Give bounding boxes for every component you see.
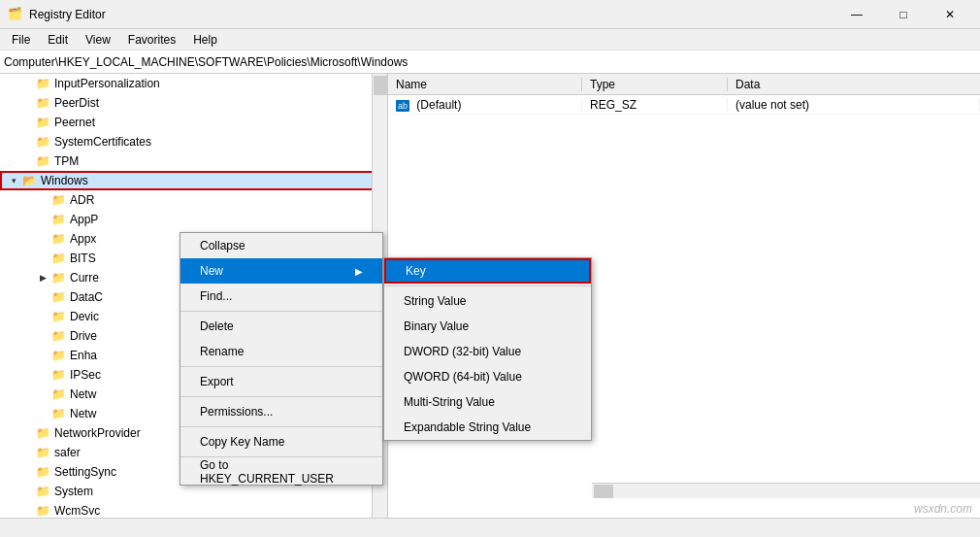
col-header-data: Data	[728, 78, 980, 91]
expand-icon	[19, 484, 35, 499]
tree-item-label: PeerDist	[54, 96, 99, 110]
watermark: wsxdn.com	[914, 502, 972, 516]
menu-edit[interactable]: Edit	[40, 29, 76, 50]
folder-icon: 📂	[21, 173, 37, 188]
folder-icon: 📁	[50, 309, 66, 324]
tree-item-label: Netw	[70, 407, 96, 420]
context-menu-rename[interactable]: Rename	[180, 339, 382, 364]
tree-item-label: IPSec	[70, 368, 101, 382]
submenu-item-qword-label: QWORD (64-bit) Value	[404, 370, 522, 384]
folder-icon: 📁	[35, 484, 50, 499]
submenu-item-expandable[interactable]: Expandable String Value	[384, 415, 591, 440]
tree-item-label: AppP	[70, 213, 98, 226]
tree-item-label: ADR	[70, 193, 94, 207]
submenu-item-multistring[interactable]: Multi-String Value	[384, 389, 591, 415]
submenu-item-binary-label: Binary Value	[404, 319, 469, 333]
tree-item-peerdist[interactable]: 📁 PeerDist	[0, 93, 387, 113]
tree-item-inputpersonalization[interactable]: 📁 InputPersonalization	[0, 74, 387, 93]
menu-favorites[interactable]: Favorites	[120, 29, 183, 50]
expand-icon	[19, 464, 35, 480]
context-menu: Collapse New ▶ Find... Delete Rename Exp…	[180, 232, 383, 486]
folder-icon: 📁	[35, 76, 50, 91]
table-cell-type: REG_SZ	[582, 98, 728, 112]
folder-icon: 📁	[50, 348, 66, 363]
folder-icon: 📁	[50, 231, 66, 247]
title-bar-controls: — □ ✕	[834, 0, 972, 29]
expand-icon	[35, 231, 50, 247]
expand-icon	[19, 76, 35, 91]
address-input[interactable]	[4, 55, 976, 69]
tree-item-appp[interactable]: 📁 AppP	[0, 210, 387, 229]
tree-item-label: NetworkProvider	[54, 426, 141, 440]
expand-icon	[19, 95, 35, 111]
tree-item-adr[interactable]: 📁 ADR	[0, 190, 387, 210]
context-menu-divider5	[180, 456, 382, 457]
context-menu-collapse-label: Collapse	[200, 239, 245, 252]
status-bar	[0, 518, 980, 537]
app-icon: 🗂️	[8, 7, 23, 22]
context-menu-delete[interactable]: Delete	[180, 314, 382, 339]
context-menu-divider3	[180, 396, 382, 397]
table-cell-data: (value not set)	[728, 98, 980, 112]
table-header: Name Type Data	[388, 74, 980, 95]
folder-icon: 📁	[50, 386, 66, 402]
submenu-item-dword[interactable]: DWORD (32-bit) Value	[384, 339, 591, 364]
context-menu-copy-key-name-label: Copy Key Name	[200, 435, 284, 449]
tree-item-systemcerts[interactable]: 📁 SystemCertificates	[0, 132, 387, 151]
context-menu-divider4	[180, 426, 382, 427]
title-bar-title: Registry Editor	[29, 8, 106, 21]
submenu-item-string[interactable]: String Value	[384, 288, 591, 314]
tree-item-label: Netw	[70, 387, 96, 401]
submenu-item-multistring-label: Multi-String Value	[404, 395, 495, 409]
tree-item-label: System	[54, 485, 93, 498]
tree-item-windows[interactable]: ▾ 📂 Windows	[0, 171, 387, 190]
expand-icon	[35, 192, 50, 208]
tree-item-label: Enha	[70, 349, 97, 362]
tree-item-label: SystemCertificates	[54, 135, 151, 149]
expand-icon	[19, 153, 35, 169]
context-menu-divider1	[180, 311, 382, 312]
menu-help[interactable]: Help	[185, 29, 225, 50]
menu-view[interactable]: View	[78, 29, 118, 50]
expand-icon	[19, 445, 35, 460]
main-layout: 📁 InputPersonalization 📁 PeerDist 📁 Peer…	[0, 74, 980, 518]
expand-icon	[19, 503, 35, 518]
tree-item-label: Devic	[70, 310, 99, 323]
context-menu-collapse[interactable]: Collapse	[180, 233, 382, 258]
context-menu-permissions[interactable]: Permissions...	[180, 399, 382, 424]
tree-item-label: InputPersonalization	[54, 77, 160, 90]
expand-icon	[35, 386, 50, 402]
tree-item-tpm[interactable]: 📁 TPM	[0, 151, 387, 171]
folder-icon: 📁	[50, 212, 66, 227]
submenu-item-binary[interactable]: Binary Value	[384, 314, 591, 339]
submenu-item-key[interactable]: Key	[384, 258, 591, 284]
expand-icon	[35, 406, 50, 421]
context-menu-copy-key-name[interactable]: Copy Key Name	[180, 429, 382, 454]
context-menu-permissions-label: Permissions...	[200, 405, 273, 419]
context-menu-find[interactable]: Find...	[180, 284, 382, 309]
horizontal-scrollbar[interactable]	[592, 483, 980, 498]
folder-icon: 📁	[50, 289, 66, 305]
expand-icon	[35, 212, 50, 227]
expand-icon	[35, 367, 50, 383]
maximize-button[interactable]: □	[881, 0, 926, 29]
table-cell-name-text: (Default)	[416, 98, 461, 112]
submenu-item-qword[interactable]: QWORD (64-bit) Value	[384, 364, 591, 389]
tree-item-label: TPM	[54, 154, 79, 168]
tree-item-label: Appx	[70, 232, 96, 246]
folder-icon: 📁	[50, 251, 66, 266]
tree-item-peernet[interactable]: 📁 Peernet	[0, 113, 387, 132]
folder-icon: 📁	[35, 134, 50, 150]
context-menu-export[interactable]: Export	[180, 369, 382, 394]
folder-icon: 📁	[50, 406, 66, 421]
minimize-button[interactable]: —	[834, 0, 879, 29]
context-menu-new[interactable]: New ▶	[180, 258, 382, 284]
context-menu-goto[interactable]: Go to HKEY_CURRENT_USER	[180, 459, 382, 485]
submenu-new: Key String Value Binary Value DWORD (32-…	[383, 257, 592, 441]
tree-item-wcmsvc[interactable]: 📁 WcmSvc	[0, 501, 387, 518]
folder-icon: 📁	[50, 367, 66, 383]
close-button[interactable]: ✕	[928, 0, 972, 29]
expand-icon	[19, 425, 35, 441]
menu-file[interactable]: File	[4, 29, 38, 50]
expand-icon	[19, 134, 35, 150]
